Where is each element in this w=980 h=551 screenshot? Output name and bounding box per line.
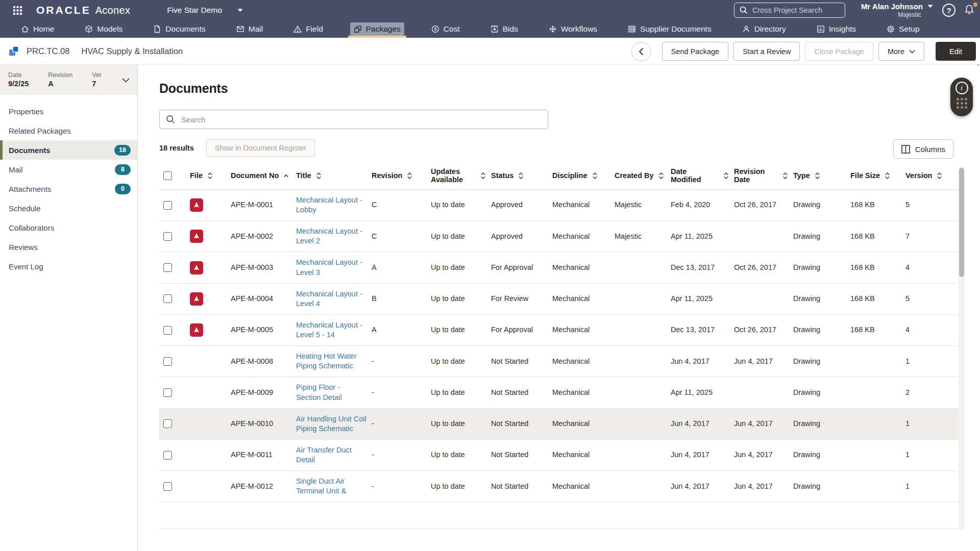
sort-icon[interactable] — [782, 172, 788, 180]
app-grid-icon[interactable] — [13, 6, 22, 15]
pdf-file-icon[interactable] — [190, 230, 203, 243]
sidebar-item-collaborators[interactable]: Collaborators — [0, 218, 137, 237]
row-checkbox[interactable] — [163, 201, 172, 210]
cell-date-modified: Apr 11, 2025 — [671, 377, 734, 408]
info-icon[interactable]: i — [955, 82, 968, 94]
sort-icon[interactable] — [658, 172, 664, 180]
table-row[interactable]: APE-M-0012Single Duct Air Terminal Unit … — [159, 471, 959, 502]
document-title-link[interactable]: Mechanical Layout - Level 2 — [296, 227, 362, 245]
pdf-file-icon[interactable] — [190, 261, 203, 274]
row-checkbox[interactable] — [163, 419, 172, 428]
table-row[interactable]: APE-M-0011Air Transfer Duct Detail-Up to… — [159, 439, 959, 470]
columns-button[interactable]: Columns — [893, 139, 953, 159]
sort-icon[interactable] — [723, 172, 729, 180]
document-title-link[interactable]: Mechanical Layout - Level 5 - 14 — [296, 321, 362, 339]
sort-icon[interactable] — [815, 172, 820, 180]
document-title-link[interactable]: Air Transfer Duct Detail — [296, 446, 352, 464]
sort-icon[interactable] — [407, 172, 412, 180]
start-review-button[interactable]: Start a Review — [733, 42, 800, 61]
nav-item-workflows[interactable]: Workflows — [545, 20, 601, 38]
table-row[interactable]: APE-M-0010Air Handling Unit Coil Piping … — [159, 408, 959, 439]
nav-item-insights[interactable]: Insights — [813, 20, 860, 38]
row-checkbox[interactable] — [163, 294, 172, 303]
document-title-link[interactable]: Piping Floor - Section Detail — [296, 383, 341, 401]
document-title-link[interactable]: Heating Hot Water Piping Schematic — [296, 352, 357, 370]
drag-handle-dots[interactable] — [957, 98, 967, 109]
cell-revision-date: Jun 4, 2017 — [734, 346, 793, 377]
row-checkbox[interactable] — [163, 451, 172, 460]
column-header-select-all[interactable] — [159, 166, 190, 189]
nav-item-home[interactable]: Home — [17, 20, 58, 38]
nav-item-mail[interactable]: Mail — [233, 20, 266, 38]
cell-status: For Review — [491, 283, 552, 314]
table-row[interactable]: APE-M-0009Piping Floor - Section Detail-… — [159, 377, 959, 408]
document-title-link[interactable]: Mechanical Layout - Level 3 — [296, 258, 362, 276]
document-title-link[interactable]: Mechanical Layout - Lobby — [296, 196, 362, 214]
project-selector[interactable]: Five Star Demo — [167, 6, 243, 15]
nav-item-field[interactable]: Field — [290, 20, 327, 38]
sort-icon[interactable] — [316, 172, 322, 180]
row-checkbox[interactable] — [163, 482, 172, 491]
send-package-button[interactable]: Send Package — [662, 42, 728, 61]
table-row[interactable]: APE-M-0004Mechanical Layout - Level 4BUp… — [159, 283, 959, 314]
table-scrollbar-thumb[interactable] — [959, 168, 964, 277]
edit-button[interactable]: Edit — [936, 42, 976, 61]
table-row[interactable]: APE-M-0005Mechanical Layout - Level 5 - … — [159, 314, 959, 345]
sort-icon[interactable] — [283, 173, 289, 178]
sidebar-item-mail[interactable]: Mail8 — [0, 160, 137, 179]
meta-expand-chevron-icon[interactable] — [122, 76, 130, 85]
notifications-bell-icon[interactable] — [963, 4, 976, 17]
select-all-checkbox[interactable] — [163, 171, 172, 180]
table-row[interactable]: APE-M-0008Heating Hot Water Piping Schem… — [159, 346, 959, 377]
nav-item-setup[interactable]: Setup — [883, 20, 923, 38]
row-checkbox[interactable] — [163, 263, 172, 272]
sidebar-item-attachments[interactable]: Attachments0 — [0, 179, 137, 198]
sidebar-item-properties[interactable]: Properties — [0, 102, 137, 121]
nav-item-supplier-documents[interactable]: Supplier Documents — [624, 20, 715, 38]
document-title-link[interactable]: Mechanical Layout - Level 4 — [296, 290, 362, 308]
sidebar-item-reviews[interactable]: Reviews — [0, 237, 137, 257]
user-menu[interactable]: Mr Alan Johnson Majestic — [851, 2, 933, 18]
help-icon[interactable]: ? — [942, 4, 955, 17]
sidebar-item-event-log[interactable]: Event Log — [0, 257, 137, 276]
table-row[interactable]: APE-M-0002Mechanical Layout - Level 2CUp… — [159, 221, 959, 252]
back-button[interactable] — [631, 42, 651, 61]
table-scrollbar[interactable] — [959, 166, 965, 529]
row-checkbox[interactable] — [163, 357, 172, 366]
row-checkbox[interactable] — [163, 388, 172, 397]
cross-project-search-input[interactable] — [752, 6, 840, 14]
document-title-link[interactable]: Air Handling Unit Coil Piping Schematic — [296, 415, 366, 433]
sort-icon[interactable] — [480, 172, 486, 180]
column-header-created-by: Created By — [615, 166, 671, 189]
table-row[interactable]: APE-M-0001Mechanical Layout - LobbyCUp t… — [159, 189, 959, 220]
pdf-file-icon[interactable] — [190, 292, 203, 306]
nav-item-bids[interactable]: Bids — [487, 20, 522, 38]
search-input[interactable] — [159, 110, 548, 129]
document-title-link[interactable]: Single Duct Air Terminal Unit & — [296, 477, 346, 495]
nav-item-cost[interactable]: $Cost — [428, 20, 463, 38]
close-package-button[interactable]: Close Package — [805, 42, 873, 61]
cell-status: Approved — [491, 221, 552, 252]
nav-item-models[interactable]: Models — [81, 20, 126, 38]
pdf-file-icon[interactable] — [190, 323, 203, 337]
more-button[interactable]: More — [878, 42, 924, 61]
sort-icon[interactable] — [207, 172, 213, 180]
sidebar-item-schedule[interactable]: Schedule — [0, 198, 137, 218]
sort-icon[interactable] — [885, 172, 890, 180]
pdf-file-icon[interactable] — [190, 198, 203, 212]
table-row[interactable]: APE-M-0003Mechanical Layout - Level 3AUp… — [159, 252, 959, 283]
show-in-document-register-button[interactable]: Show in Document Register — [206, 139, 315, 157]
cell-discipline: Mechanical — [552, 408, 615, 439]
sort-icon[interactable] — [592, 172, 598, 180]
nav-item-documents[interactable]: Documents — [150, 20, 209, 38]
sort-icon[interactable] — [518, 172, 524, 180]
cell-updates-available: Up to date — [431, 408, 491, 439]
row-checkbox[interactable] — [163, 232, 172, 241]
nav-item-directory[interactable]: Directory — [739, 20, 790, 38]
sidebar-item-related-packages[interactable]: Related Packages — [0, 121, 137, 140]
sort-icon[interactable] — [937, 172, 942, 180]
row-checkbox[interactable] — [163, 326, 172, 335]
cell-created-by — [615, 408, 671, 439]
nav-item-packages[interactable]: Packages — [350, 20, 404, 38]
sidebar-item-documents[interactable]: Documents18 — [0, 140, 137, 160]
